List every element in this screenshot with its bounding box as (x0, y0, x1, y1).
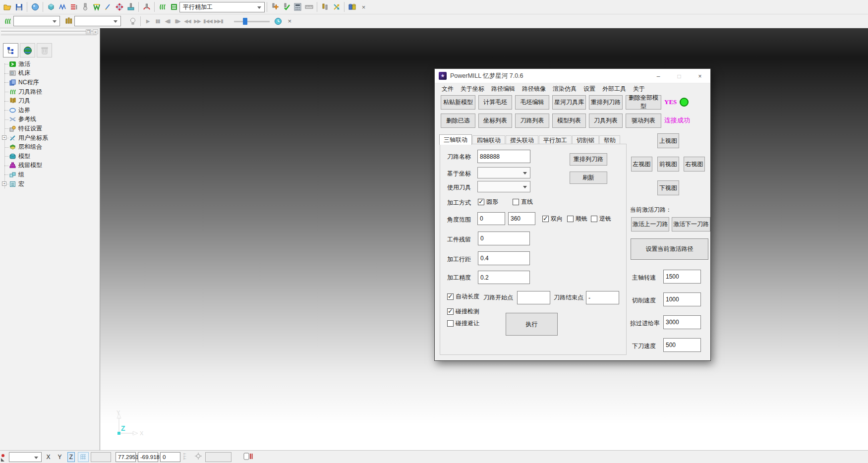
view-top-button[interactable]: 上视图 (657, 133, 679, 148)
close-button[interactable]: × (690, 69, 710, 83)
tree-item-nc-programs[interactable]: NC程序 (0, 78, 100, 87)
ruler-icon[interactable] (303, 1, 315, 13)
menu-about-coords[interactable]: 关于坐标 (461, 85, 484, 93)
panel-grip[interactable] (1, 33, 97, 35)
tree-item-levels-sets[interactable]: 层和组合 (0, 142, 100, 152)
status-empty-field-1[interactable] (91, 452, 111, 462)
step-forward-button[interactable]: ▮▶ (174, 16, 181, 27)
toolpath-select-dropdown[interactable] (13, 16, 60, 26)
conventional-checkbox[interactable]: 逆铣 (591, 215, 611, 223)
tree-item-feature-sets[interactable]: 特征设置 (0, 124, 100, 133)
stock-input[interactable] (478, 232, 530, 245)
tolerance-input[interactable] (478, 271, 530, 284)
maximize-button[interactable]: □ (669, 69, 690, 83)
view-front-button[interactable]: 前视图 (657, 157, 679, 172)
toolpath-list-icon[interactable] (168, 1, 179, 13)
rearrange-toolpaths-button-2[interactable]: 重排列刀路 (570, 153, 607, 166)
cylinders-icon[interactable] (347, 1, 358, 13)
page-pause-icon[interactable] (243, 452, 253, 462)
tool-block-icon[interactable] (125, 1, 136, 13)
spindle-speed-input[interactable] (663, 270, 701, 284)
clock-icon[interactable] (273, 15, 284, 27)
menu-render-sim[interactable]: 渲染仿真 (553, 85, 577, 93)
view-bottom-button[interactable]: 下视图 (657, 180, 679, 195)
tool-list-button[interactable]: 刀具列表 (589, 114, 623, 128)
float-panel-button[interactable]: ❐ (86, 29, 91, 34)
start-point-input[interactable] (517, 291, 550, 304)
ball-tool-icon[interactable] (79, 1, 91, 13)
tree-item-tools[interactable]: 刀具 (0, 96, 100, 106)
paste-new-model-button[interactable]: 粘贴新模型 (441, 95, 475, 110)
tab-explorer-tree[interactable] (3, 43, 18, 58)
tool-arc-icon[interactable] (141, 1, 152, 13)
tab-globe[interactable] (20, 43, 35, 58)
calculator-icon[interactable] (292, 1, 303, 13)
go-to-start-button[interactable]: ▮◀◀ (203, 16, 212, 27)
menu-external-tools[interactable]: 外部工具 (602, 85, 626, 93)
auto-length-checkbox[interactable]: 自动长度 (447, 292, 479, 301)
circular-checkbox[interactable]: 圆形 (478, 198, 498, 206)
climb-checkbox[interactable]: 顺铣 (567, 215, 587, 223)
tree-item-stock-models[interactable]: 残留模型 (0, 161, 100, 171)
tool-group-icon[interactable] (63, 15, 74, 27)
tool-star-icon[interactable] (269, 1, 281, 13)
tree-item-toolpaths[interactable]: 刀具路径 (0, 87, 100, 97)
save-icon[interactable] (13, 1, 25, 13)
tree-item-patterns[interactable]: 参考线 (0, 115, 100, 124)
end-point-input[interactable] (586, 291, 619, 304)
pattern-pencil-icon[interactable] (102, 1, 114, 13)
tool-select[interactable] (477, 181, 530, 192)
tree-item-boundaries[interactable]: 边界 (0, 106, 100, 115)
coord-list-button[interactable]: 坐标列表 (478, 114, 512, 128)
delete-selected-button[interactable]: 删除已选 (441, 114, 475, 128)
rewind-button[interactable]: ◀◀ (183, 16, 191, 27)
lightbulb-icon[interactable] (127, 15, 138, 27)
toolpath-name-input[interactable] (477, 150, 530, 163)
tool-library-button[interactable]: 星河刀具库 (552, 95, 586, 110)
menu-path-mirror[interactable]: 路径镜像 (522, 85, 546, 93)
activate-next-toolpath-button[interactable]: 激活下一刀路 (672, 217, 710, 232)
tree-item-groups[interactable]: 组 (0, 170, 100, 179)
menu-about[interactable]: 关于 (633, 85, 645, 93)
status-empty-field-2[interactable] (205, 452, 231, 462)
menu-file[interactable]: 文件 (442, 85, 454, 93)
angle-to-input[interactable] (508, 212, 535, 225)
close-toolbar-icon[interactable]: × (284, 15, 295, 27)
simulation-speed-slider[interactable] (234, 16, 270, 26)
two-tools-icon[interactable] (319, 1, 331, 13)
boundary-w-icon[interactable] (91, 1, 102, 13)
coordinate-x-field[interactable]: 77.2951 (116, 452, 136, 462)
points-diamond-icon[interactable] (114, 1, 125, 13)
status-corner-widget[interactable] (0, 452, 8, 463)
cutting-feed-input[interactable] (663, 292, 701, 306)
execute-button[interactable]: 执行 (506, 313, 558, 336)
set-active-path-button[interactable]: 设置当前激活路径 (631, 238, 708, 260)
collision-avoid-checkbox[interactable]: 碰撞避让 (447, 319, 479, 328)
view-left-button[interactable]: 左视图 (631, 157, 652, 172)
refresh-button[interactable]: 刷新 (570, 172, 607, 184)
block-icon[interactable] (45, 1, 57, 13)
axis-x-button[interactable]: X (45, 452, 52, 462)
view-right-button[interactable]: 右视图 (684, 157, 705, 172)
coordinate-y-field[interactable]: -69.918 (138, 452, 158, 462)
close-panel-button[interactable]: × (93, 29, 98, 34)
toolpath-list-button[interactable]: 刀路列表 (515, 114, 549, 128)
tree-item-workplanes[interactable]: + 用户坐标系 (0, 133, 100, 143)
go-to-end-button[interactable]: ▶▶▮ (214, 16, 223, 27)
menu-settings[interactable]: 设置 (583, 85, 595, 93)
delete-all-models-button[interactable]: 删除全部模型 (626, 95, 661, 110)
tool-check-icon[interactable] (281, 1, 292, 13)
panel-grip[interactable] (1, 29, 97, 32)
tab-recycle-bin[interactable] (37, 43, 52, 58)
strategy-dropdown[interactable]: 平行精加工 (179, 2, 265, 12)
status-dropdown[interactable] (9, 452, 42, 462)
grid-snap-button[interactable] (78, 452, 89, 462)
toolpath-zigzag-icon[interactable] (57, 1, 68, 13)
feedrate-lines-icon[interactable] (68, 1, 79, 13)
tool-select-dropdown[interactable] (74, 16, 121, 26)
axis-y-button[interactable]: Y (56, 452, 63, 462)
axis-z-button[interactable]: Z (67, 452, 75, 462)
slider-handle[interactable] (243, 18, 247, 25)
linear-checkbox[interactable]: 直线 (513, 198, 533, 206)
fast-forward-button[interactable]: ▶▶ (193, 16, 201, 27)
